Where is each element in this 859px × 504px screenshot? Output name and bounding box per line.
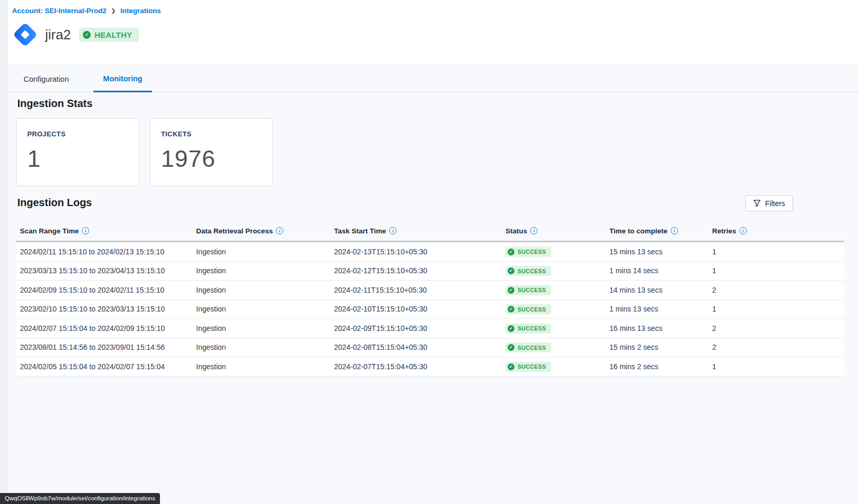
check-circle-icon: ✓ <box>508 287 514 294</box>
stat-value: 1976 <box>161 145 262 173</box>
table-row: 2024/02/11 15:15:10 to 2024/02/13 15:15:… <box>16 242 844 262</box>
cell-data-retrieval-process: Ingestion <box>192 248 330 256</box>
cell-data-retrieval-process: Ingestion <box>192 286 330 294</box>
column-header: Scan Range Timei <box>16 227 192 235</box>
page-left-gutter <box>0 0 8 504</box>
main-content: Configuration Monitoring Ingestion Stats… <box>8 66 859 504</box>
chevron-right-icon: ❯ <box>111 8 115 14</box>
column-header-label: Status <box>506 227 527 235</box>
info-icon[interactable]: i <box>82 227 89 234</box>
cell-time-to-complete: 1 mins 14 secs <box>606 266 708 275</box>
cell-scan-range-time: 2023/03/13 15:15:10 to 2023/04/13 15:15:… <box>16 266 192 275</box>
info-icon[interactable]: i <box>530 227 538 234</box>
cell-status: ✓SUCCESS <box>502 342 606 352</box>
check-circle-icon: ✓ <box>508 267 514 274</box>
status-badge: ✓SUCCESS <box>506 342 551 352</box>
cell-time-to-complete: 16 mins 13 secs <box>606 324 708 333</box>
column-header-label: Retries <box>712 227 736 235</box>
cell-scan-range-time: 2023/02/10 15:15:10 to 2023/03/13 15:15:… <box>16 305 192 313</box>
cell-data-retrieval-process: Ingestion <box>192 305 330 313</box>
filters-button-label: Filters <box>765 199 785 208</box>
column-header: Retriesi <box>708 227 844 235</box>
status-badge-label: SUCCESS <box>518 249 546 255</box>
stat-label: PROJECTS <box>27 130 128 138</box>
breadcrumb-integrations-link[interactable]: Integrations <box>120 7 160 15</box>
info-icon[interactable]: i <box>671 227 678 234</box>
cell-time-to-complete: 14 mins 13 secs <box>606 286 708 294</box>
cell-retries: 2 <box>708 343 844 351</box>
logs-table-body: 2024/02/11 15:15:10 to 2024/02/13 15:15:… <box>16 242 844 377</box>
cell-data-retrieval-process: Ingestion <box>192 343 330 351</box>
cell-status: ✓SUCCESS <box>502 323 606 334</box>
cell-task-start-time: 2024-02-10T15:15:10+05:30 <box>330 305 502 313</box>
logs-header-row: Scan Range TimeiData Retrieval ProcessiT… <box>16 221 844 242</box>
status-badge: ✓SUCCESS <box>506 362 551 372</box>
status-badge-label: SUCCESS <box>518 287 546 293</box>
cell-status: ✓SUCCESS <box>502 265 606 276</box>
cell-scan-range-time: 2024/02/11 15:15:10 to 2024/02/13 15:15:… <box>16 248 192 256</box>
tab-configuration[interactable]: Configuration <box>16 66 77 92</box>
jira-logo-icon <box>10 20 40 49</box>
cell-scan-range-time: 2024/02/07 15:15:04 to 2024/02/09 15:15:… <box>16 324 192 333</box>
column-header-label: Scan Range Time <box>20 227 79 235</box>
cell-time-to-complete: 15 mins 13 secs <box>606 248 708 256</box>
status-badge: ✓SUCCESS <box>506 304 551 314</box>
status-badge-label: SUCCESS <box>518 325 546 331</box>
integration-title-row: jira2 ✓ HEALTHY <box>10 20 139 49</box>
health-badge-label: HEALTHY <box>94 30 132 39</box>
cell-retries: 1 <box>708 362 844 371</box>
status-badge-label: SUCCESS <box>518 345 546 351</box>
ingestion-logs-table: Scan Range TimeiData Retrieval ProcessiT… <box>16 221 844 377</box>
cell-time-to-complete: 15 mins 2 secs <box>606 343 708 351</box>
stat-card-projects: PROJECTS 1 <box>16 118 139 186</box>
cell-status: ✓SUCCESS <box>502 304 606 314</box>
check-circle-icon: ✓ <box>508 306 514 313</box>
stat-label: TICKETS <box>161 130 262 138</box>
status-badge: ✓SUCCESS <box>506 247 551 257</box>
cell-time-to-complete: 16 mins 2 secs <box>606 362 708 371</box>
cell-task-start-time: 2024-02-11T15:15:10+05:30 <box>330 286 502 294</box>
table-row: 2023/03/13 15:15:10 to 2023/04/13 15:15:… <box>16 262 844 281</box>
cell-scan-range-time: 2024/02/09 15:15:10 to 2024/02/11 15:15:… <box>16 286 192 294</box>
ingestion-logs-title: Ingestion Logs <box>17 197 92 209</box>
cell-status: ✓SUCCESS <box>502 246 606 257</box>
column-header: Task Start Timei <box>330 227 502 235</box>
table-row: 2023/08/01 15:14:56 to 2023/09/01 15:14:… <box>16 338 844 358</box>
info-icon[interactable]: i <box>276 227 283 234</box>
column-header: Time to completei <box>606 227 708 235</box>
check-circle-icon: ✓ <box>508 325 514 332</box>
cell-task-start-time: 2024-02-12T15:15:10+05:30 <box>330 266 502 275</box>
status-badge: ✓SUCCESS <box>506 324 551 334</box>
column-header-label: Data Retrieval Process <box>196 227 273 235</box>
stat-card-tickets: TICKETS 1976 <box>150 118 273 186</box>
tab-monitoring[interactable]: Monitoring <box>93 66 152 92</box>
info-icon[interactable]: i <box>389 227 396 234</box>
status-badge-label: SUCCESS <box>518 306 546 313</box>
status-badge-label: SUCCESS <box>518 268 546 274</box>
funnel-icon <box>753 199 761 207</box>
check-circle-icon: ✓ <box>83 31 91 39</box>
page-header: Account: SEI-Internal-Prod2 ❯ Integratio… <box>8 0 859 66</box>
cell-data-retrieval-process: Ingestion <box>192 362 330 371</box>
link-preview-status-bar: QwqOSllWp9ob7w/module/sei/configuration/… <box>0 493 160 504</box>
health-status-badge: ✓ HEALTHY <box>79 28 139 42</box>
info-icon[interactable]: i <box>739 227 747 234</box>
filters-button[interactable]: Filters <box>745 195 793 211</box>
cell-retries: 2 <box>708 324 844 333</box>
breadcrumb-account-link[interactable]: Account: SEI-Internal-Prod2 <box>12 7 106 15</box>
cell-retries: 1 <box>708 305 844 313</box>
status-badge: ✓SUCCESS <box>506 285 551 295</box>
cell-time-to-complete: 1 mins 13 secs <box>606 305 708 313</box>
cell-task-start-time: 2024-02-08T15:15:04+05:30 <box>330 343 502 351</box>
cell-scan-range-time: 2023/08/01 15:14:56 to 2023/09/01 15:14:… <box>16 343 192 351</box>
column-header: Data Retrieval Processi <box>192 227 330 235</box>
cell-task-start-time: 2024-02-13T15:15:10+05:30 <box>330 248 502 256</box>
table-row: 2024/02/05 15:15:04 to 2024/02/07 15:15:… <box>16 357 844 377</box>
cell-data-retrieval-process: Ingestion <box>192 266 330 275</box>
table-row: 2023/02/10 15:15:10 to 2023/03/13 15:15:… <box>16 300 844 319</box>
check-circle-icon: ✓ <box>508 363 514 370</box>
cell-retries: 1 <box>708 266 844 275</box>
check-circle-icon: ✓ <box>508 249 514 255</box>
cell-retries: 2 <box>708 286 844 294</box>
ingestion-stats-title: Ingestion Stats <box>17 98 92 110</box>
